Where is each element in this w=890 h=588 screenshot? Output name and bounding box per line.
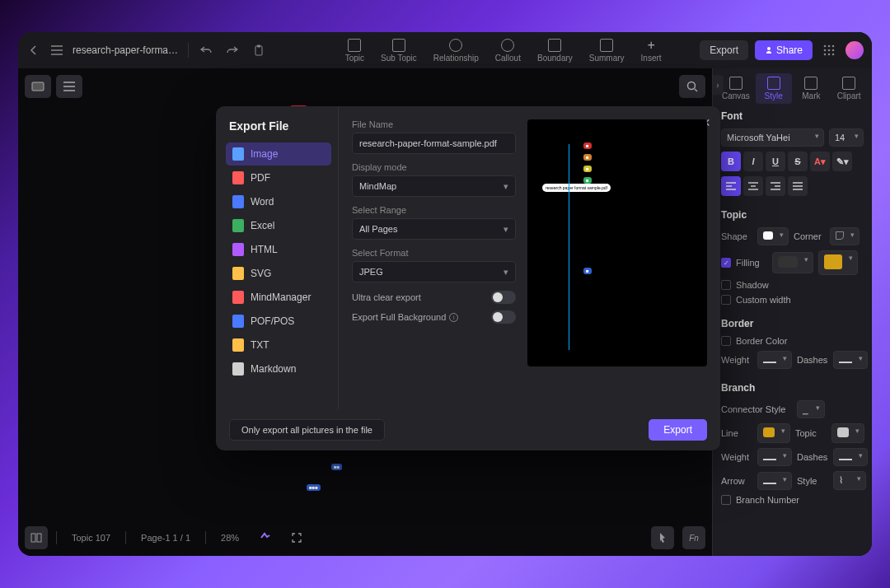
italic-button[interactable]: I: [743, 152, 763, 171]
outline-button[interactable]: [25, 526, 48, 549]
format-item-excel[interactable]: Excel: [226, 214, 331, 237]
format-item-markdown[interactable]: Markdown: [226, 357, 331, 380]
underline-button[interactable]: U: [766, 152, 785, 171]
format-item-mindmanager[interactable]: MindManager: [226, 286, 331, 309]
file-name-input[interactable]: [352, 133, 516, 154]
branch-line-color-select[interactable]: [757, 423, 790, 443]
branch-arrow-select[interactable]: [757, 472, 792, 490]
font-section-title: Font: [721, 110, 864, 122]
redo-button[interactable]: [223, 41, 241, 59]
svg-rect-15: [37, 534, 41, 542]
export-full-bg-toggle[interactable]: [491, 310, 516, 324]
border-color-checkbox[interactable]: [721, 336, 731, 346]
format-item-html[interactable]: HTML: [226, 238, 331, 261]
format-item-svg[interactable]: SVG: [226, 262, 331, 285]
select-format-label: Select Format: [352, 248, 516, 258]
strike-button[interactable]: S: [788, 152, 808, 171]
branch-number-checkbox[interactable]: [721, 495, 731, 505]
tool-boundary[interactable]: Boundary: [532, 37, 578, 64]
font-color-button[interactable]: A▾: [810, 152, 830, 171]
format-label: Image: [251, 148, 278, 160]
align-justify-button[interactable]: [788, 176, 808, 196]
border-dashes-select[interactable]: [833, 351, 868, 369]
branch-topic-color-select[interactable]: [831, 423, 864, 443]
branch-style-select[interactable]: ⌇: [833, 471, 866, 490]
ultra-clear-toggle[interactable]: [491, 291, 516, 304]
border-weight-select[interactable]: [757, 351, 792, 369]
info-icon[interactable]: i: [449, 313, 458, 322]
paste-button[interactable]: [250, 41, 268, 59]
fullscreen-button[interactable]: [285, 526, 308, 549]
tab-mark[interactable]: Mark: [794, 73, 830, 104]
tool-summary[interactable]: Summary: [584, 37, 630, 64]
svg-rect-12: [32, 82, 44, 91]
sidebar-tabs: Canvas Style Mark Clipart: [713, 68, 872, 104]
corner-select[interactable]: [830, 227, 860, 245]
tool-relationship[interactable]: Relationship: [429, 37, 484, 64]
format-item-txt[interactable]: TXT: [226, 334, 331, 357]
branch-weight-select[interactable]: [757, 448, 792, 466]
filling-pattern-select[interactable]: [772, 252, 813, 273]
shape-select[interactable]: [757, 227, 789, 245]
view-mode-button[interactable]: [25, 75, 51, 98]
back-button[interactable]: [26, 43, 41, 58]
format-label: TXT: [251, 339, 269, 351]
align-left-button[interactable]: [721, 176, 741, 196]
modal-title: Export File: [226, 119, 331, 133]
filling-color-select[interactable]: [818, 250, 858, 275]
svg-point-3: [824, 45, 827, 48]
connector-style-select[interactable]: ⎯: [797, 400, 825, 418]
export-confirm-button[interactable]: Export: [649, 419, 707, 441]
cursor-mode-button[interactable]: [651, 526, 674, 549]
align-right-button[interactable]: [766, 176, 785, 196]
zoom-fit-button[interactable]: [254, 526, 277, 549]
format-item-pof/pos[interactable]: POF/POS: [226, 310, 331, 333]
svg-point-8: [832, 49, 835, 52]
menu-button[interactable]: [49, 43, 64, 58]
share-button[interactable]: Share: [755, 40, 813, 60]
apps-grid-button[interactable]: [819, 40, 839, 60]
align-center-button[interactable]: [743, 176, 763, 196]
tool-insert[interactable]: +Insert: [636, 37, 667, 64]
ultra-clear-label: Ultra clear export: [352, 292, 421, 302]
filling-checkbox[interactable]: ✓: [721, 258, 731, 268]
undo-button[interactable]: [197, 41, 215, 59]
function-button[interactable]: Fn: [682, 526, 705, 549]
zoom-level[interactable]: 28%: [214, 530, 246, 546]
shadow-checkbox[interactable]: [721, 280, 731, 290]
custom-width-checkbox[interactable]: [721, 295, 731, 305]
format-label: Excel: [251, 220, 274, 231]
select-range-select[interactable]: All Pages: [352, 218, 516, 240]
display-mode-select[interactable]: MindMap: [352, 175, 516, 197]
svg-point-6: [824, 49, 827, 52]
only-export-pictures-button[interactable]: Only export all pictures in the file: [229, 419, 385, 441]
search-button[interactable]: [679, 75, 705, 98]
select-format-select[interactable]: JPEG: [352, 261, 516, 282]
format-item-word[interactable]: Word: [226, 190, 331, 213]
tab-clipart[interactable]: Clipart: [831, 73, 867, 104]
branch-dashes-select[interactable]: [833, 448, 868, 466]
format-item-image[interactable]: Image: [226, 142, 331, 166]
file-icon: [232, 171, 244, 184]
file-icon: [232, 195, 244, 208]
bold-button[interactable]: B: [721, 152, 741, 171]
font-family-select[interactable]: Microsoft YaHei: [721, 128, 824, 147]
collapse-sidebar-button[interactable]: ›: [712, 75, 724, 95]
list-view-button[interactable]: [56, 75, 82, 98]
export-top-button[interactable]: Export: [700, 40, 748, 60]
file-name-label: File Name: [352, 119, 516, 129]
file-icon: [232, 362, 244, 376]
tool-subtopic[interactable]: Sub Topic: [376, 37, 422, 64]
tool-topic[interactable]: Topic: [340, 37, 369, 64]
format-label: SVG: [251, 268, 271, 279]
format-item-pdf[interactable]: PDF: [226, 166, 331, 189]
svg-point-10: [828, 54, 831, 56]
highlight-button[interactable]: ✎▾: [832, 152, 852, 171]
tab-style[interactable]: Style: [756, 73, 792, 104]
font-size-select[interactable]: 14: [829, 128, 864, 147]
svg-point-5: [832, 45, 835, 48]
document-title: research-paper-format-sa...: [73, 44, 180, 56]
file-icon: [232, 267, 244, 280]
user-avatar[interactable]: [846, 41, 864, 59]
tool-callout[interactable]: Callout: [490, 37, 526, 64]
